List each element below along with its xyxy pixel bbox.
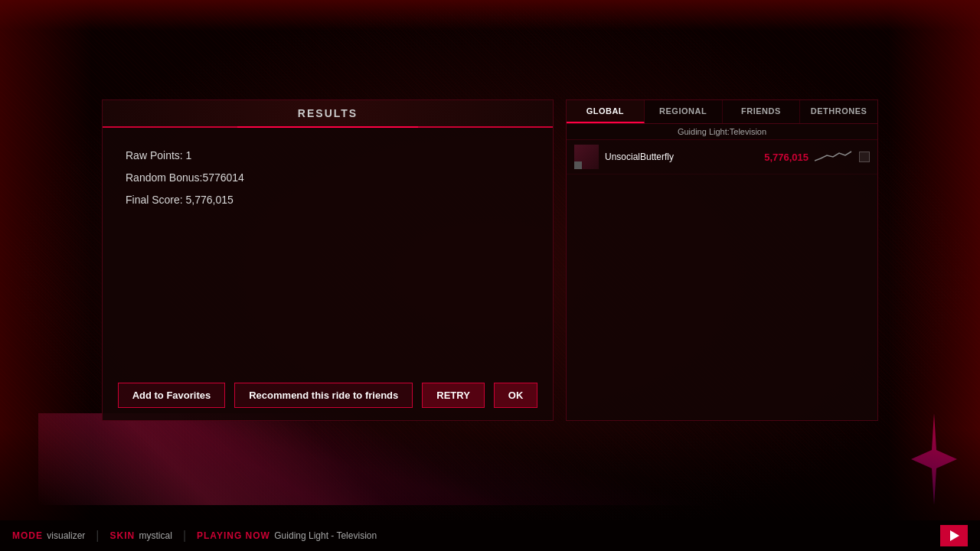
player-name: UnsocialButterfly [605,152,758,162]
leaderboard-entry: UnsocialButterfly 5,776,015 [567,140,877,174]
tab-friends[interactable]: FRIENDS [723,100,801,123]
leaderboard-panel: GLOBAL REGIONAL FRIENDS DETHRONES Guidin… [566,99,878,421]
leaderboard-tabs: GLOBAL REGIONAL FRIENDS DETHRONES [567,100,877,124]
separator-1: | [96,529,99,543]
avatar-badge [574,161,582,169]
main-content: RESULTS Raw Points: 1 Random Bonus:57760… [0,0,980,551]
play-icon [950,530,959,541]
results-body: Raw Points: 1 Random Bonus:5776014 Final… [103,128,553,370]
score-graph [815,149,853,165]
results-panel: RESULTS Raw Points: 1 Random Bonus:57760… [102,99,554,421]
random-bonus: Random Bonus:5776014 [126,168,530,187]
raw-points: Raw Points: 1 [126,146,530,165]
tab-dethrones[interactable]: DETHRONES [800,100,877,123]
tab-regional[interactable]: REGIONAL [645,100,723,123]
add-favorites-button[interactable]: Add to Favorites [118,383,226,408]
tab-global[interactable]: GLOBAL [567,100,645,123]
play-button[interactable] [940,525,968,546]
rank-icon [859,152,870,162]
recommend-button[interactable]: Recommend this ride to friends [234,383,413,408]
results-title: RESULTS [298,107,358,119]
retry-button[interactable]: RETRY [422,383,485,408]
final-score: Final Score: 5,776,015 [126,191,530,210]
results-footer: Add to Favorites Recommend this ride to … [103,370,553,420]
ok-button[interactable]: OK [494,383,538,408]
skin-label: SKIN mystical [110,530,172,541]
player-score: 5,776,015 [764,152,808,163]
results-header: RESULTS [103,100,553,128]
playing-now-label: PLAYING NOW Guiding Light - Television [197,530,377,541]
separator-2: | [183,529,186,543]
avatar [574,145,599,169]
bottom-bar: MODE visualizer | SKIN mystical | PLAYIN… [0,520,980,551]
mode-label: MODE visualizer [12,530,85,541]
leaderboard-song-title: Guiding Light:Television [567,124,877,140]
